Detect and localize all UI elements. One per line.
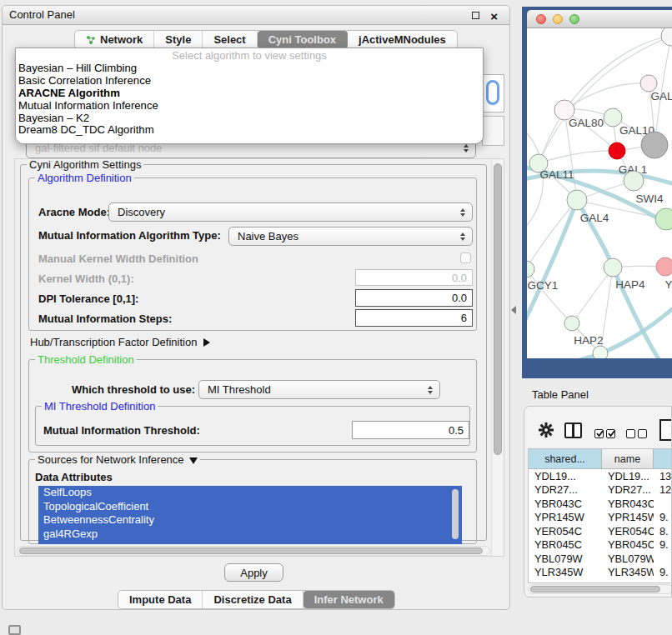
algorithm-option[interactable]: Bayesian – K2 [16,112,483,125]
attributes-list-scrollbar[interactable] [452,489,459,539]
network-edge [539,151,617,163]
table-row[interactable]: YBR043CYBR043C [529,497,672,511]
settings-horizontal-scrollbar[interactable] [17,546,490,556]
data-attribute-item[interactable]: SelfLoops [38,486,462,500]
cyni-bottom-tabbar: Impute DataDiscretize DataInfer Network [118,590,395,609]
table-cell: YDR27... [602,483,654,498]
mi-type-combo[interactable]: Naive Bayes [228,227,473,246]
tab-infer-network[interactable]: Infer Network [303,591,394,608]
table-row[interactable]: YBL079WYBL079W [529,552,672,566]
manual-kernel-checkbox[interactable] [460,252,471,263]
table-column-header[interactable] [654,449,672,468]
network-node-gal[interactable] [640,75,657,92]
aracne-mode-combo[interactable]: Discovery [108,202,473,222]
combo-arrows-icon [460,232,465,241]
mi-threshold-label: Mutual Information Threshold: [43,424,200,437]
table-cell: YPR145W [602,511,654,525]
algorithm-option[interactable]: Mutual Information Inference [16,100,483,112]
control-panel-titlebar: Control Panel × [3,6,509,25]
tab-jactivemnodules[interactable]: jActiveMNodules [348,31,457,48]
table-row[interactable]: YLR345WYLR345W9. [529,566,672,580]
corner-panel-icon[interactable] [8,625,21,635]
traffic-green-icon[interactable] [569,14,579,24]
network-desktop: GALGAL80GAL10GAL1GAL11SWI4GAL4GCY1HAP4YH… [522,7,672,378]
tab-discretize-data[interactable]: Discretize Data [203,591,303,608]
traffic-red-icon[interactable] [536,14,546,24]
network-node-hap4[interactable] [604,258,622,277]
settings-vertical-scrollbar-thumb[interactable] [494,163,502,455]
algorithm-option[interactable]: Basic Correlation Inference [16,75,483,88]
network-node-swi4[interactable] [655,208,672,230]
table-column-header[interactable]: shared... [529,449,602,468]
table-cell: 12 [654,483,672,498]
settings-horizontal-scrollbar-thumb[interactable] [19,548,483,554]
table-row[interactable]: YDR27...YDR27...12 [529,483,672,498]
settings-vertical-scrollbar[interactable] [491,160,504,556]
network-node-y[interactable] [656,258,672,276]
hub-definition-toggle[interactable]: Hub/Transcription Factor Definition [30,336,210,348]
table-column-header[interactable]: name [602,449,654,468]
which-threshold-combo[interactable]: MI Threshold [198,380,440,399]
data-attribute-item[interactable]: BetweennessCentrality [38,513,462,528]
tab-impute-data[interactable]: Impute Data [118,591,203,608]
traffic-yellow-icon[interactable] [553,14,563,24]
data-attribute-item[interactable]: TopologicalCoefficient [38,500,462,514]
panel-grip-icon[interactable] [511,306,516,314]
combo-arrows-icon [460,208,465,217]
float-icon[interactable] [472,12,479,19]
algorithm-option[interactable]: Bayesian – Hill Climbing [16,62,483,75]
table-cell: YBR045C [529,538,602,552]
network-node[interactable] [624,171,644,191]
table-horizontal-scrollbar-thumb[interactable] [530,586,660,592]
network-node[interactable] [593,346,608,358]
table-row[interactable]: YER054CYER054C8. [529,524,672,538]
checked-boxes-icon[interactable] [594,427,618,442]
network-canvas[interactable]: GALGAL80GAL10GAL1GAL11SWI4GAL4GCY1HAP4YH… [527,28,672,358]
manual-kernel-label: Manual Kernel Width Definition [38,252,198,265]
tab-label: Discretize Data [213,593,291,606]
table-row[interactable]: YPR145WYPR145W9. [529,511,672,525]
combo-fragment [482,74,504,112]
table-row[interactable]: YDL19...YDL19...13 [529,469,672,483]
network-edge [527,269,572,323]
table-body: YDL19...YDL19...13YDR27...YDR27...12YBR0… [529,469,672,583]
page-icon[interactable] [659,419,672,441]
tab-label: Infer Network [314,593,384,606]
network-window-titlebar[interactable] [527,10,672,28]
gear-icon[interactable] [538,422,554,442]
algorithm-option[interactable]: Dream8 DC_TDC Algorithm [16,124,483,137]
network-node[interactable] [641,132,668,158]
network-node-hap2[interactable] [564,316,579,331]
tab-label: jActiveMNodules [359,33,446,46]
application-window: Control Panel × NetworkStyleSelectCyni T… [0,0,672,635]
network-node-label: Y [664,278,672,291]
mi-steps-input[interactable] [355,309,473,327]
network-node-gal4[interactable] [567,190,587,210]
aracne-mode-value: Discovery [118,206,165,218]
table-horizontal-scrollbar[interactable] [528,584,672,594]
network-node-label: GCY1 [528,279,559,292]
mi-threshold-input[interactable] [352,421,469,439]
table-cell: YBR043C [529,497,602,511]
tab-cyni-toolbox[interactable]: Cyni Toolbox [258,31,348,48]
network-node-gal1[interactable] [609,142,625,159]
unchecked-boxes-icon[interactable] [626,427,649,442]
table-row[interactable]: YIL053CYIL053C9 [529,579,672,583]
table-row[interactable]: YBR045CYBR045C9. [529,538,672,552]
apply-button[interactable]: Apply [224,563,283,582]
close-icon[interactable]: × [490,8,498,26]
table-cell: YBL079W [529,552,602,566]
which-threshold-value: MI Threshold [208,383,271,396]
dpi-tolerance-input[interactable] [355,289,473,307]
table-cell: YBR043C [602,497,654,511]
tab-network[interactable]: Network [75,31,154,48]
kernel-width-input[interactable] [355,269,473,286]
tab-select[interactable]: Select [203,31,257,48]
algorithm-option[interactable]: ARACNE Algorithm [16,88,483,100]
network-node[interactable] [661,28,672,46]
data-attribute-item[interactable]: gal4RGexp [38,528,462,542]
network-node-label: GAL80 [569,117,604,129]
tab-style[interactable]: Style [154,31,203,48]
split-columns-icon[interactable] [564,422,582,438]
network-node-gcy1[interactable] [527,261,534,278]
